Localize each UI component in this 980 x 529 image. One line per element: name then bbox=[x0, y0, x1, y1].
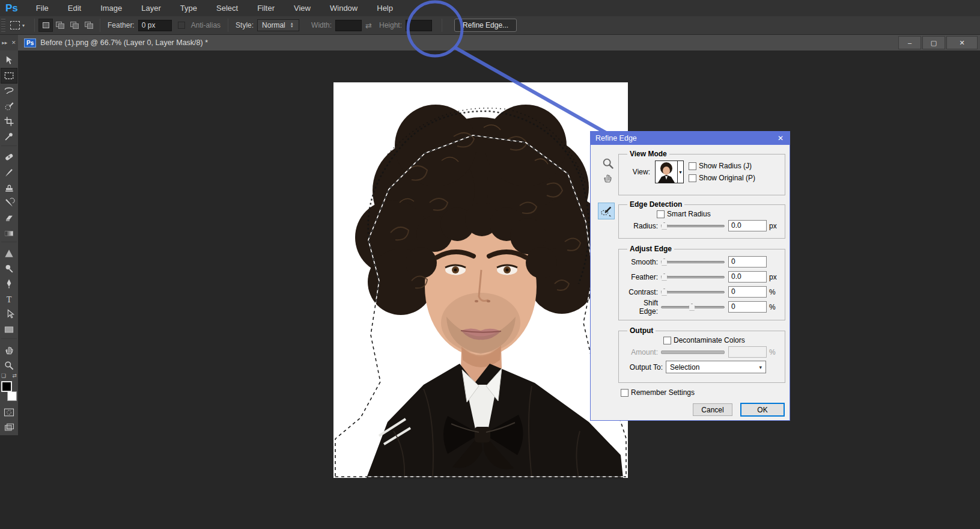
show-original-label: Show Original (P) bbox=[699, 174, 755, 182]
hand-tool[interactable] bbox=[1, 343, 17, 358]
radius-input[interactable]: 0.0 bbox=[728, 220, 767, 231]
rectangular-marquee-tool[interactable] bbox=[1, 68, 17, 83]
background-color-swatch[interactable] bbox=[7, 391, 17, 401]
subtract-from-selection-button[interactable] bbox=[67, 19, 82, 32]
restore-button[interactable]: ▢ bbox=[922, 36, 945, 49]
eraser-tool[interactable] bbox=[1, 210, 17, 225]
height-input[interactable] bbox=[406, 20, 432, 31]
style-select[interactable]: Normal ▲▼ bbox=[257, 19, 299, 31]
menu-window[interactable]: Window bbox=[320, 4, 367, 13]
dialog-zoom-tool[interactable] bbox=[601, 157, 615, 172]
dialog-close-icon[interactable]: ✕ bbox=[772, 134, 790, 142]
feather-label: Feather: bbox=[624, 273, 661, 281]
dialog-title-bar[interactable]: Refine Edge ✕ bbox=[591, 132, 790, 145]
dialog-title: Refine Edge bbox=[595, 134, 637, 142]
menu-edit[interactable]: Edit bbox=[58, 4, 91, 13]
clone-stamp-tool[interactable] bbox=[1, 180, 17, 195]
quick-selection-tool[interactable] bbox=[1, 99, 17, 114]
window-controls: – ▢ ✕ bbox=[898, 36, 980, 49]
width-input[interactable] bbox=[335, 20, 362, 31]
shift-edge-input[interactable]: 0 bbox=[728, 301, 767, 313]
zoom-tool[interactable] bbox=[1, 358, 17, 373]
minimize-button[interactable]: – bbox=[898, 36, 921, 49]
feather-input[interactable]: 0 px bbox=[138, 20, 172, 31]
radius-unit: px bbox=[767, 222, 777, 230]
refine-radius-tool-button[interactable] bbox=[598, 203, 615, 219]
radius-slider[interactable] bbox=[661, 222, 725, 230]
amount-input bbox=[728, 346, 767, 358]
photoshop-logo: Ps bbox=[0, 2, 26, 14]
divider bbox=[1, 242, 17, 245]
foreground-color-swatch[interactable] bbox=[1, 381, 12, 392]
collapse-panels-icon[interactable]: ▸▸ bbox=[2, 40, 7, 46]
dialog-hand-tool[interactable] bbox=[601, 171, 614, 186]
view-label: View: bbox=[624, 168, 650, 176]
menu-image[interactable]: Image bbox=[91, 4, 132, 13]
document-tab-title[interactable]: Before (1).png @ 66.7% (Layer 0, Layer M… bbox=[40, 38, 208, 47]
type-tool[interactable]: T bbox=[1, 292, 17, 307]
dodge-tool[interactable] bbox=[1, 261, 17, 277]
menu-view[interactable]: View bbox=[284, 4, 320, 13]
smooth-slider[interactable] bbox=[661, 258, 725, 266]
divider bbox=[34, 19, 35, 32]
menu-layer[interactable]: Layer bbox=[132, 4, 171, 13]
anti-alias-checkbox[interactable] bbox=[178, 22, 185, 29]
output-group: Output Decontaminate Colors Amount: % Ou… bbox=[618, 326, 785, 383]
decontaminate-colors-checkbox[interactable] bbox=[663, 337, 671, 344]
menu-filter[interactable]: Filter bbox=[248, 4, 284, 13]
output-to-select[interactable]: Selection ▾ bbox=[666, 361, 766, 373]
crop-tool[interactable] bbox=[1, 114, 17, 129]
eyedropper-tool[interactable] bbox=[1, 129, 17, 144]
swap-colors-icon[interactable]: ⇄ bbox=[12, 373, 17, 379]
shift-edge-slider[interactable] bbox=[661, 303, 725, 311]
screen-mode-button[interactable] bbox=[1, 420, 17, 435]
default-colors-icon[interactable]: ❏ bbox=[1, 373, 6, 379]
contrast-slider[interactable] bbox=[661, 288, 725, 296]
edge-detection-group: Edge Detection Smart Radius Radius: 0.0 … bbox=[618, 200, 785, 239]
output-to-label: Output To: bbox=[624, 363, 666, 372]
smooth-input[interactable]: 0 bbox=[728, 256, 767, 268]
smart-radius-checkbox[interactable] bbox=[657, 210, 665, 218]
spot-healing-brush-tool[interactable] bbox=[1, 150, 17, 165]
move-tool[interactable] bbox=[1, 53, 17, 68]
blur-tool[interactable] bbox=[1, 246, 17, 261]
panel-close-icon[interactable]: ✕ bbox=[11, 40, 16, 46]
feather-slider[interactable] bbox=[661, 273, 725, 281]
lasso-tool[interactable] bbox=[1, 84, 17, 99]
view-mode-group: View Mode View: ▼ Show Radius (J) bbox=[618, 150, 785, 195]
smart-radius-row: Smart Radius bbox=[657, 210, 780, 218]
view-mode-dropdown[interactable]: ▼ bbox=[655, 161, 684, 183]
document-tab-strip: ▸▸ ✕ Ps Before (1).png @ 66.7% (Layer 0,… bbox=[0, 35, 980, 50]
path-selection-tool[interactable] bbox=[1, 307, 17, 322]
close-button[interactable]: ✕ bbox=[946, 36, 978, 49]
document-canvas-image[interactable] bbox=[333, 82, 628, 478]
pen-tool[interactable] bbox=[1, 277, 17, 292]
remember-settings-label: Remember Settings bbox=[631, 388, 695, 397]
menu-type[interactable]: Type bbox=[171, 4, 207, 13]
menu-select[interactable]: Select bbox=[207, 4, 248, 13]
menu-file[interactable]: File bbox=[26, 4, 58, 13]
refine-edge-button[interactable]: Refine Edge... bbox=[454, 19, 517, 32]
svg-text:T: T bbox=[7, 295, 12, 304]
contrast-input[interactable]: 0 bbox=[728, 286, 767, 298]
ok-button[interactable]: OK bbox=[741, 403, 784, 416]
brush-tool[interactable] bbox=[1, 165, 17, 180]
quick-mask-button[interactable] bbox=[1, 405, 17, 420]
show-original-checkbox[interactable] bbox=[689, 174, 696, 182]
intersect-selection-button[interactable] bbox=[82, 19, 96, 32]
add-to-selection-button[interactable] bbox=[53, 19, 67, 32]
view-mode-legend: View Mode bbox=[627, 150, 669, 158]
show-radius-checkbox[interactable] bbox=[689, 162, 696, 170]
history-brush-tool[interactable] bbox=[1, 195, 17, 210]
cancel-button[interactable]: Cancel bbox=[693, 403, 732, 416]
options-bar-grip[interactable] bbox=[1, 19, 5, 32]
current-tool-preset[interactable]: ▾ bbox=[5, 21, 31, 29]
stepper-icon: ▲▼ bbox=[290, 22, 294, 28]
menu-help[interactable]: Help bbox=[367, 4, 403, 13]
feather-input[interactable]: 0.0 bbox=[728, 271, 767, 283]
rectangle-shape-tool[interactable] bbox=[1, 322, 17, 337]
gradient-tool[interactable] bbox=[1, 225, 17, 240]
new-selection-button[interactable] bbox=[38, 19, 53, 32]
swap-dimensions-icon[interactable]: ⇄ bbox=[362, 21, 376, 30]
remember-settings-checkbox[interactable] bbox=[621, 389, 628, 397]
